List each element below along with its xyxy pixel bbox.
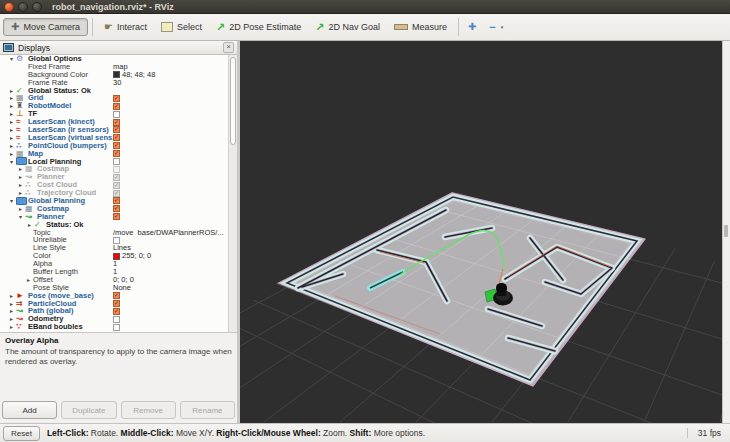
tree-row-cost-cloud[interactable]: ▸∴Cost Cloud✓ bbox=[0, 181, 237, 189]
tree-row-planner[interactable]: ▸↝Planner✓ bbox=[0, 173, 237, 181]
tool-2d-pose-estimate[interactable]: ↗2D Pose Estimate bbox=[209, 19, 308, 36]
display-checkbox[interactable]: ✓ bbox=[113, 300, 120, 307]
display-checkbox[interactable]: ✓ bbox=[113, 197, 120, 204]
display-checkbox[interactable]: ✓ bbox=[113, 190, 120, 197]
display-checkbox[interactable]: ✓ bbox=[113, 205, 120, 212]
row-value[interactable]: ✓ bbox=[113, 213, 228, 221]
expander-icon[interactable]: ▸ bbox=[7, 150, 16, 158]
row-value[interactable]: ✓ bbox=[113, 142, 228, 150]
row-value[interactable]: 1 bbox=[113, 268, 228, 276]
expander-icon[interactable]: ▸ bbox=[7, 307, 16, 315]
expander-icon[interactable]: ▾ bbox=[7, 55, 16, 63]
row-value[interactable] bbox=[113, 110, 228, 118]
row-value[interactable]: ✓ bbox=[113, 94, 228, 102]
row-value[interactable]: 255; 0; 0 bbox=[113, 252, 228, 260]
expander-icon[interactable]: ▸ bbox=[7, 323, 16, 331]
expander-icon[interactable]: ▾ bbox=[7, 158, 16, 166]
tool-measure[interactable]: Measure bbox=[387, 19, 454, 35]
display-checkbox[interactable] bbox=[113, 316, 120, 323]
expander-icon[interactable]: ▸ bbox=[7, 94, 16, 102]
display-checkbox[interactable] bbox=[113, 324, 120, 331]
expander-icon[interactable]: ▾ bbox=[16, 213, 25, 221]
display-checkbox[interactable]: ✓ bbox=[113, 134, 120, 141]
expander-icon[interactable]: ▸ bbox=[24, 276, 33, 284]
expander-icon[interactable]: ▸ bbox=[7, 87, 16, 95]
row-value[interactable]: ✓ bbox=[113, 118, 228, 126]
display-checkbox[interactable] bbox=[113, 237, 120, 244]
expander-icon[interactable]: ▾ bbox=[7, 197, 16, 205]
expander-icon[interactable]: ▸ bbox=[7, 126, 16, 134]
row-value[interactable]: None bbox=[113, 284, 228, 292]
display-checkbox[interactable] bbox=[113, 166, 120, 173]
tool-move-camera[interactable]: ✚Move Camera bbox=[3, 18, 88, 36]
tool-2d-nav-goal[interactable]: ↗2D Nav Goal bbox=[308, 19, 387, 36]
row-value[interactable]: ✓ bbox=[113, 197, 228, 205]
add-button[interactable]: Add bbox=[2, 401, 57, 419]
tree-row-costmap[interactable]: ▸▦Costmap bbox=[0, 165, 237, 173]
row-value[interactable]: ✓ bbox=[113, 126, 228, 134]
row-value[interactable]: 1 bbox=[113, 260, 228, 268]
scrollbar-thumb[interactable] bbox=[230, 57, 236, 145]
expander-icon[interactable]: ▸ bbox=[7, 134, 16, 142]
title-bar[interactable]: robot_navigation.rviz* - RViz bbox=[0, 0, 730, 14]
panel-expand-handle[interactable] bbox=[724, 225, 728, 237]
expander-icon[interactable]: ▸ bbox=[7, 102, 16, 110]
display-checkbox[interactable]: ✓ bbox=[113, 213, 120, 220]
display-checkbox[interactable]: ✓ bbox=[113, 150, 120, 157]
display-checkbox[interactable]: ✓ bbox=[113, 103, 120, 110]
row-value[interactable]: ✓ bbox=[113, 292, 228, 300]
row-value[interactable]: Lines bbox=[113, 244, 228, 252]
expander-icon[interactable]: ▸ bbox=[16, 181, 25, 189]
row-value[interactable]: ✓ bbox=[113, 189, 228, 197]
tree-row-costmap[interactable]: ▸▦Costmap✓ bbox=[0, 205, 237, 213]
row-value[interactable]: map bbox=[113, 63, 228, 71]
remove-tool-button[interactable]: − ▾ bbox=[481, 22, 504, 33]
display-checkbox[interactable] bbox=[113, 158, 120, 165]
display-checkbox[interactable]: ✓ bbox=[113, 292, 120, 299]
tool-select[interactable]: Select bbox=[154, 19, 209, 35]
reset-button[interactable]: Reset bbox=[3, 426, 40, 441]
expander-icon[interactable]: ▸ bbox=[7, 118, 16, 126]
display-checkbox[interactable]: ✓ bbox=[113, 174, 120, 181]
row-value[interactable] bbox=[113, 236, 228, 244]
row-value[interactable]: ✓ bbox=[113, 181, 228, 189]
expander-icon[interactable]: ▸ bbox=[7, 300, 16, 308]
display-checkbox[interactable] bbox=[113, 111, 120, 118]
tree-row-local-planning[interactable]: ▾Local Planning bbox=[0, 158, 237, 166]
row-value[interactable]: 0; 0; 0 bbox=[113, 276, 228, 284]
3d-viewport[interactable] bbox=[240, 41, 722, 423]
row-value[interactable]: ✓ bbox=[113, 205, 228, 213]
expander-icon[interactable]: ▸ bbox=[7, 292, 16, 300]
add-tool-button[interactable]: ✚ bbox=[463, 22, 481, 32]
tree-scrollbar[interactable] bbox=[228, 55, 237, 332]
row-value[interactable]: /move_base/DWAPlannerROS/... bbox=[113, 229, 228, 237]
expander-icon[interactable]: ▸ bbox=[16, 165, 25, 173]
tool-interact[interactable]: ☛Interact bbox=[97, 19, 154, 35]
displays-panel-header[interactable]: Displays × bbox=[0, 41, 237, 55]
display-checkbox[interactable]: ✓ bbox=[113, 182, 120, 189]
tree-row-eband-boubles[interactable]: ▸∵EBand boubles bbox=[0, 323, 237, 331]
row-value[interactable]: 48; 48; 48 bbox=[113, 71, 228, 79]
expander-icon[interactable]: ▸ bbox=[16, 205, 25, 213]
row-value[interactable] bbox=[113, 158, 228, 166]
expander-icon[interactable]: ▸ bbox=[16, 189, 25, 197]
expander-icon[interactable]: ▸ bbox=[7, 142, 16, 150]
row-value[interactable]: ✓ bbox=[113, 173, 228, 181]
expander-icon[interactable]: ▸ bbox=[7, 110, 16, 118]
row-value[interactable]: 30 bbox=[113, 79, 228, 87]
row-value[interactable]: ✓ bbox=[113, 308, 228, 316]
maximize-button[interactable] bbox=[32, 2, 42, 12]
row-value[interactable]: ✓ bbox=[113, 150, 228, 158]
display-checkbox[interactable]: ✓ bbox=[113, 308, 120, 315]
expander-icon[interactable]: ▸ bbox=[16, 173, 25, 181]
row-value[interactable]: ✓ bbox=[113, 300, 228, 308]
display-checkbox[interactable]: ✓ bbox=[113, 95, 120, 102]
views-panel-collapsed[interactable] bbox=[722, 41, 730, 423]
row-value[interactable]: ✓ bbox=[113, 134, 228, 142]
row-value[interactable]: ✓ bbox=[113, 102, 228, 110]
display-checkbox[interactable]: ✓ bbox=[113, 119, 120, 126]
close-button[interactable] bbox=[4, 2, 14, 12]
row-value[interactable] bbox=[113, 165, 228, 173]
row-value[interactable] bbox=[113, 323, 228, 331]
minimize-button[interactable] bbox=[18, 2, 28, 12]
